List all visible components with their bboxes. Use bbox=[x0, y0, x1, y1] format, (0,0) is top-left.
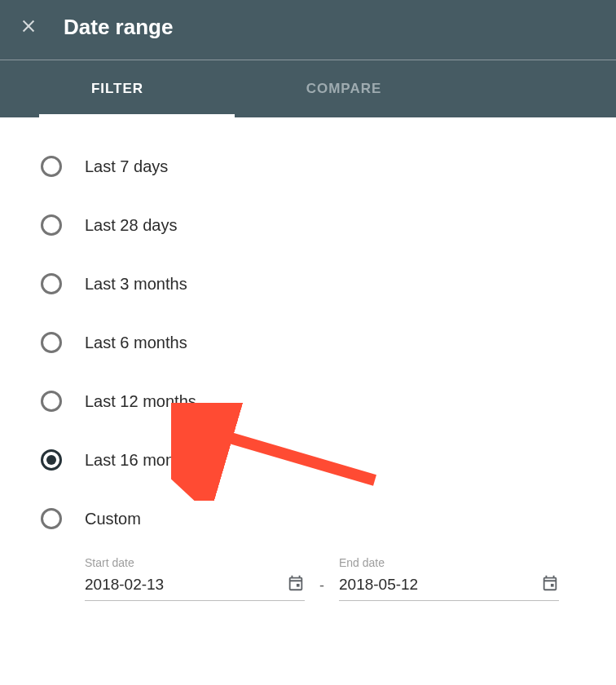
close-icon bbox=[20, 17, 37, 38]
svg-rect-2 bbox=[297, 584, 300, 587]
start-date-field[interactable]: Start date 2018-02-13 bbox=[85, 556, 305, 601]
radio-icon bbox=[41, 214, 62, 236]
close-button[interactable] bbox=[20, 17, 37, 38]
tab-filter-label: Filter bbox=[91, 81, 143, 97]
radio-icon bbox=[41, 273, 62, 294]
option-label: Last 12 months bbox=[85, 392, 196, 411]
end-date-value: 2018-05-12 bbox=[339, 576, 418, 594]
end-date-label: End date bbox=[339, 556, 559, 569]
option-last-7-days[interactable]: Last 7 days bbox=[41, 137, 575, 196]
end-date-field[interactable]: End date 2018-05-12 bbox=[339, 556, 559, 601]
radio-icon bbox=[41, 332, 62, 353]
calendar-icon[interactable] bbox=[541, 574, 559, 595]
radio-icon bbox=[41, 508, 62, 529]
radio-icon bbox=[41, 391, 62, 412]
option-last-16-months[interactable]: Last 16 months bbox=[41, 431, 575, 489]
option-last-28-days[interactable]: Last 28 days bbox=[41, 196, 575, 254]
option-label: Last 6 months bbox=[85, 334, 187, 352]
radio-icon bbox=[41, 156, 62, 177]
svg-rect-3 bbox=[551, 584, 554, 587]
tab-filter[interactable]: Filter bbox=[0, 60, 235, 117]
tab-compare[interactable]: Compare bbox=[235, 60, 453, 117]
option-label: Last 3 months bbox=[85, 275, 187, 294]
option-last-6-months[interactable]: Last 6 months bbox=[41, 313, 575, 372]
option-label: Last 7 days bbox=[85, 157, 168, 176]
option-label: Last 28 days bbox=[85, 216, 177, 235]
dialog-title: Date range bbox=[64, 15, 173, 40]
custom-date-fields: Start date 2018-02-13 - End date 2018-05… bbox=[85, 556, 575, 601]
option-last-3-months[interactable]: Last 3 months bbox=[41, 254, 575, 313]
tab-compare-label: Compare bbox=[306, 81, 382, 97]
tabs-bar: Filter Compare bbox=[0, 60, 616, 117]
options-panel: Last 7 days Last 28 days Last 3 months L… bbox=[0, 117, 616, 601]
radio-icon-selected bbox=[41, 449, 62, 471]
start-date-value: 2018-02-13 bbox=[85, 576, 164, 594]
option-custom[interactable]: Custom bbox=[41, 489, 575, 548]
dialog-header: Date range Filter Compare bbox=[0, 0, 616, 117]
option-label: Custom bbox=[85, 510, 141, 528]
option-label: Last 16 months bbox=[85, 451, 196, 470]
start-date-label: Start date bbox=[85, 556, 305, 569]
date-separator: - bbox=[319, 577, 324, 601]
option-last-12-months[interactable]: Last 12 months bbox=[41, 372, 575, 431]
calendar-icon[interactable] bbox=[287, 574, 305, 595]
